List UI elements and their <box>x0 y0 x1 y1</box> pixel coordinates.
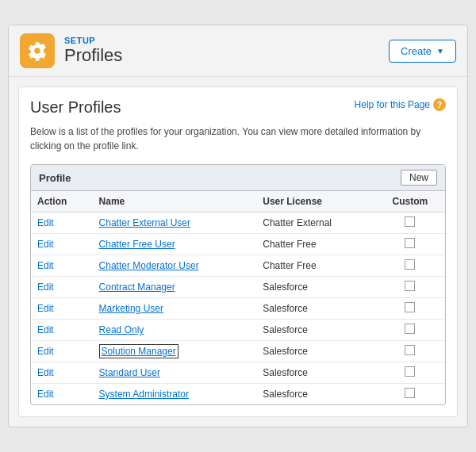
help-icon: ? <box>433 98 446 111</box>
table-row: EditChatter Moderator UserChatter Free <box>31 255 445 277</box>
table-row: EditSolution ManagerSalesforce <box>31 341 445 362</box>
row-name-cell: Standard User <box>93 362 257 384</box>
row-custom-cell <box>375 384 445 405</box>
profile-name-link[interactable]: Chatter External User <box>99 217 190 228</box>
table-header-bar: Profile New <box>31 165 445 191</box>
col-header-name: Name <box>93 191 257 213</box>
row-action-cell: Edit <box>31 213 93 234</box>
row-custom-cell <box>375 255 445 277</box>
main-content: User Profiles Help for this Page ? Below… <box>18 86 458 417</box>
custom-checkbox[interactable] <box>405 366 415 377</box>
row-custom-cell <box>375 320 445 341</box>
header-text: SETUP Profiles <box>64 36 122 66</box>
custom-checkbox[interactable] <box>405 216 415 227</box>
row-custom-cell <box>375 298 445 320</box>
profiles-table-section: Profile New Action Name User License Cus… <box>30 164 446 405</box>
row-name-cell: Solution Manager <box>93 341 257 362</box>
profile-name-link[interactable]: Standard User <box>99 367 160 378</box>
profile-name-link[interactable]: Chatter Moderator User <box>99 260 199 271</box>
section-title: User Profiles <box>30 98 121 117</box>
profile-name-link[interactable]: Solution Manager <box>99 344 178 358</box>
row-license-cell: Salesforce <box>256 341 374 362</box>
description: Below is a list of the profiles for your… <box>30 124 446 153</box>
row-custom-cell <box>375 341 445 362</box>
edit-link[interactable]: Edit <box>37 239 54 250</box>
row-action-cell: Edit <box>31 298 93 320</box>
profile-name-link[interactable]: Contract Manager <box>99 282 175 293</box>
help-link[interactable]: Help for this Page ? <box>355 98 446 111</box>
page-header: SETUP Profiles Create ▼ <box>9 25 467 77</box>
new-button[interactable]: New <box>401 170 437 186</box>
custom-checkbox[interactable] <box>405 259 415 270</box>
profiles-table: Action Name User License Custom EditChat… <box>31 191 445 404</box>
col-header-user-license: User License <box>256 191 374 213</box>
help-link-text: Help for this Page <box>355 99 430 110</box>
create-button-label: Create <box>401 45 432 57</box>
row-custom-cell <box>375 362 445 384</box>
row-action-cell: Edit <box>31 362 93 384</box>
row-name-cell: Contract Manager <box>93 277 257 298</box>
page-title: Profiles <box>64 45 122 66</box>
row-custom-cell <box>375 234 445 255</box>
table-row: EditMarketing UserSalesforce <box>31 298 445 320</box>
profile-name-link[interactable]: Read Only <box>99 324 144 335</box>
row-license-cell: Salesforce <box>256 298 374 320</box>
edit-link[interactable]: Edit <box>37 346 54 357</box>
row-license-cell: Salesforce <box>256 277 374 298</box>
table-row: EditStandard UserSalesforce <box>31 362 445 384</box>
edit-link[interactable]: Edit <box>37 303 54 314</box>
row-name-cell: Chatter Free User <box>93 234 257 255</box>
row-name-cell: Marketing User <box>93 298 257 320</box>
row-name-cell: Chatter External User <box>93 213 257 234</box>
custom-checkbox[interactable] <box>405 345 415 355</box>
edit-link[interactable]: Edit <box>37 282 54 293</box>
section-header: User Profiles Help for this Page ? <box>30 98 446 117</box>
table-section-title: Profile <box>39 172 71 184</box>
table-row: EditRead OnlySalesforce <box>31 320 445 341</box>
edit-link[interactable]: Edit <box>37 389 54 400</box>
edit-link[interactable]: Edit <box>37 367 54 378</box>
custom-checkbox[interactable] <box>405 281 415 291</box>
profile-name-link[interactable]: Chatter Free User <box>99 239 175 250</box>
custom-checkbox[interactable] <box>405 238 415 248</box>
custom-checkbox[interactable] <box>405 324 415 334</box>
row-name-cell: System Administrator <box>93 384 257 405</box>
table-row: EditChatter Free UserChatter Free <box>31 234 445 255</box>
row-action-cell: Edit <box>31 320 93 341</box>
row-custom-cell <box>375 277 445 298</box>
row-name-cell: Chatter Moderator User <box>93 255 257 277</box>
row-license-cell: Salesforce <box>256 320 374 341</box>
custom-checkbox[interactable] <box>405 302 415 312</box>
edit-link[interactable]: Edit <box>37 217 54 228</box>
row-license-cell: Chatter External <box>256 213 374 234</box>
row-license-cell: Salesforce <box>256 362 374 384</box>
setup-icon <box>20 33 55 68</box>
setup-label: SETUP <box>64 36 122 45</box>
row-name-cell: Read Only <box>93 320 257 341</box>
profile-name-link[interactable]: Marketing User <box>99 303 163 314</box>
col-header-custom: Custom <box>375 191 445 213</box>
table-header-row: Action Name User License Custom <box>31 191 445 213</box>
row-custom-cell <box>375 213 445 234</box>
page-wrapper: SETUP Profiles Create ▼ User Profiles He… <box>8 25 468 427</box>
dropdown-arrow-icon: ▼ <box>436 47 444 56</box>
create-button[interactable]: Create ▼ <box>389 40 456 63</box>
table-row: EditSystem AdministratorSalesforce <box>31 384 445 405</box>
row-action-cell: Edit <box>31 384 93 405</box>
custom-checkbox[interactable] <box>405 388 415 398</box>
profile-name-link[interactable]: System Administrator <box>99 389 189 400</box>
table-row: EditChatter External UserChatter Externa… <box>31 213 445 234</box>
col-header-action: Action <box>31 191 93 213</box>
row-action-cell: Edit <box>31 234 93 255</box>
edit-link[interactable]: Edit <box>37 324 54 335</box>
row-action-cell: Edit <box>31 255 93 277</box>
row-license-cell: Salesforce <box>256 384 374 405</box>
gear-icon <box>27 40 48 61</box>
edit-link[interactable]: Edit <box>37 260 54 271</box>
row-action-cell: Edit <box>31 341 93 362</box>
row-action-cell: Edit <box>31 277 93 298</box>
row-license-cell: Chatter Free <box>256 255 374 277</box>
table-row: EditContract ManagerSalesforce <box>31 277 445 298</box>
header-left: SETUP Profiles <box>20 33 122 68</box>
row-license-cell: Chatter Free <box>256 234 374 255</box>
